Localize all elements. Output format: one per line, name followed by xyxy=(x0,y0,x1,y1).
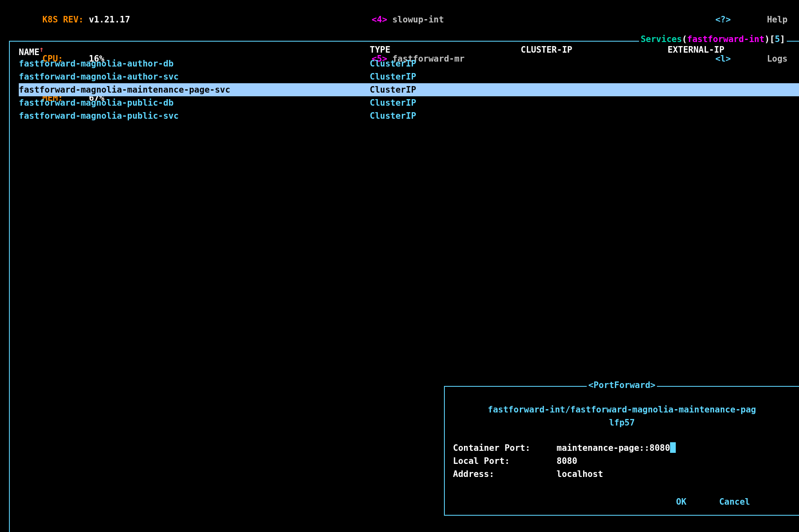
cursor-icon xyxy=(670,442,676,453)
ok-button[interactable]: OK xyxy=(676,497,686,507)
container-port-field: Container Port: maintenance-page::8080 xyxy=(453,441,791,454)
service-name: fastforward-magnolia-author-db xyxy=(19,57,370,70)
address-input[interactable]: localhost xyxy=(557,468,603,481)
cancel-button[interactable]: Cancel xyxy=(719,497,750,507)
service-type: ClusterIP xyxy=(370,109,521,122)
hotkey-help-label: Help xyxy=(767,15,788,24)
table-body: fastforward-magnolia-author-db ClusterIP… xyxy=(10,57,799,122)
col-header-name[interactable]: NAME xyxy=(19,47,40,57)
service-name: fastforward-magnolia-maintenance-page-sv… xyxy=(19,83,370,96)
table-row[interactable]: fastforward-magnolia-public-svc ClusterI… xyxy=(19,109,799,122)
service-name: fastforward-magnolia-author-svc xyxy=(19,70,370,83)
service-type: ClusterIP xyxy=(370,96,521,109)
hotkey-4-key: <4> xyxy=(372,15,387,24)
dialog-title: <PortForward> xyxy=(587,380,657,390)
col-header-externalip[interactable]: EXTERNAL-IP xyxy=(668,45,799,57)
panel-title-count: 5 xyxy=(775,34,780,44)
hotkey-4-label: slowup-int xyxy=(392,15,444,24)
service-type: ClusterIP xyxy=(370,83,521,96)
address-label: Address: xyxy=(453,468,557,481)
port-forward-dialog: <PortForward> fastforward-int/fastforwar… xyxy=(444,386,799,516)
panel-title: Services(fastforward-int)[5] xyxy=(639,34,787,44)
col-header-clusterip[interactable]: CLUSTER-IP xyxy=(521,45,668,57)
panel-title-services: Services xyxy=(641,34,682,44)
dialog-subtitle: fastforward-int/fastforward-magnolia-mai… xyxy=(453,403,791,429)
panel-title-context: fastforward-int xyxy=(687,34,765,44)
service-type: ClusterIP xyxy=(370,57,521,70)
table-row[interactable]: fastforward-magnolia-public-db ClusterIP xyxy=(19,96,799,109)
container-port-label: Container Port: xyxy=(453,441,557,454)
table-row[interactable]: fastforward-magnolia-maintenance-page-sv… xyxy=(19,83,799,96)
service-name: fastforward-magnolia-public-db xyxy=(19,96,370,109)
sort-arrow-icon: ↑ xyxy=(40,45,44,53)
local-port-field: Local Port: 8080 xyxy=(453,454,791,468)
col-header-type[interactable]: TYPE xyxy=(370,45,521,57)
table-row[interactable]: fastforward-magnolia-author-db ClusterIP xyxy=(19,57,799,70)
service-name: fastforward-magnolia-public-svc xyxy=(19,109,370,122)
dialog-subtitle-line1: fastforward-int/fastforward-magnolia-mai… xyxy=(453,403,791,416)
local-port-input[interactable]: 8080 xyxy=(557,454,577,468)
local-port-label: Local Port: xyxy=(453,454,557,468)
k8s-rev-value: v1.21.17 xyxy=(89,15,130,24)
container-port-input[interactable]: maintenance-page::8080 xyxy=(557,441,676,454)
address-field: Address: localhost xyxy=(453,468,791,481)
table-header: NAME↑ TYPE CLUSTER-IP EXTERNAL-IP xyxy=(10,45,799,57)
hotkey-help-key: <?> xyxy=(715,15,731,24)
k8s-rev-label: K8S REV: xyxy=(42,15,84,24)
table-row[interactable]: fastforward-magnolia-author-svc ClusterI… xyxy=(19,70,799,83)
dialog-subtitle-line2: lfp57 xyxy=(453,416,791,429)
service-type: ClusterIP xyxy=(370,70,521,83)
